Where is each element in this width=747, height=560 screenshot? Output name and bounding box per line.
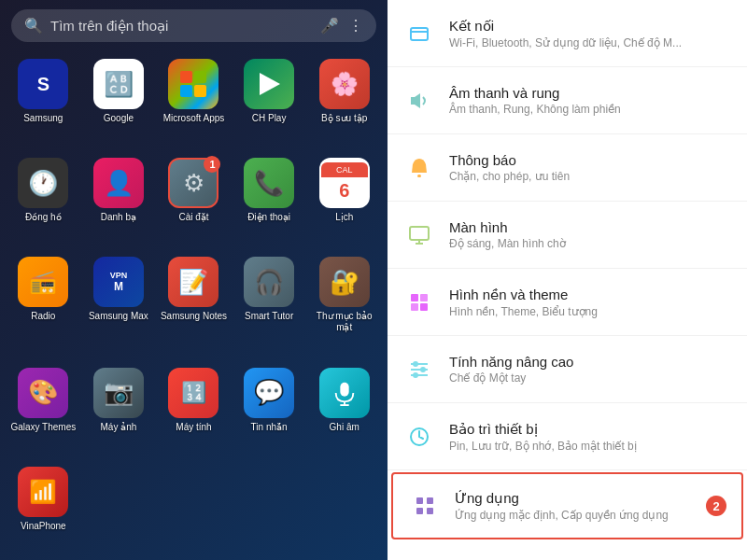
search-icon: 🔍: [24, 17, 43, 35]
app-icon-samsungmax: VPNM: [93, 257, 144, 307]
app-icon-recorder: [319, 368, 370, 418]
app-label-smarttutor: Smart Tutor: [245, 311, 293, 322]
settings-icon-advanced: [402, 353, 436, 386]
settings-title-connection: Kết nối: [449, 18, 732, 35]
app-item-clock[interactable]: 🕐Đồng hồ: [7, 152, 79, 247]
app-label-snotes: Samsung Notes: [161, 311, 227, 322]
app-item-snotes[interactable]: 📝Samsung Notes: [158, 251, 230, 357]
app-icon-calendar: CAL6: [319, 158, 370, 208]
app-item-phone[interactable]: 📞Điện thoại: [233, 152, 305, 247]
settings-text-apps: Ứng dụngỨng dụng mặc định, Cấp quyền ứng…: [455, 490, 698, 522]
settings-panel: Kết nốiWi-Fi, Bluetooth, Sử dụng dữ liệu…: [388, 0, 747, 560]
app-item-smarttutor[interactable]: 🎧Smart Tutor: [233, 251, 305, 357]
app-icon-radio: 📻: [18, 257, 68, 307]
app-label-themes: Galaxy Themes: [10, 422, 76, 433]
settings-text-wallpaper: Hình nền và themeHình nền, Theme, Biểu t…: [449, 287, 732, 318]
app-item-contacts[interactable]: 👤Danh bạ: [83, 152, 155, 247]
app-item-themes[interactable]: 🎨Galaxy Themes: [7, 362, 79, 457]
app-icon-collection: 🌸: [319, 59, 370, 109]
badge-2: 2: [706, 496, 726, 516]
settings-item-apps[interactable]: Ứng dụngỨng dụng mặc định, Cấp quyền ứng…: [391, 472, 743, 539]
settings-title-sound: Âm thanh và rung: [449, 85, 732, 101]
settings-title-advanced: Tính năng nâng cao: [449, 354, 732, 370]
app-icon-vinaphone: 📶: [18, 467, 68, 517]
settings-title-apps: Ứng dụng: [455, 490, 698, 507]
settings-icon-maintenance: [402, 420, 436, 454]
app-label-calendar: Lịch: [335, 212, 353, 223]
svg-point-19: [420, 367, 426, 372]
app-item-google[interactable]: 🔠Google: [83, 53, 155, 148]
app-label-collection: Bộ sưu tập: [321, 113, 367, 124]
app-icon-settings: ⚙1: [168, 158, 218, 208]
settings-item-connection[interactable]: Kết nốiWi-Fi, Bluetooth, Sử dụng dữ liệu…: [388, 0, 747, 67]
app-item-vinaphone[interactable]: 📶VinaPhone: [7, 461, 79, 556]
app-icon-chplay: [244, 59, 294, 109]
app-item-settings[interactable]: ⚙1Cài đặt: [158, 152, 230, 247]
app-item-chplay[interactable]: CH Play: [233, 53, 305, 148]
app-icon-messages: 💬: [244, 368, 294, 418]
app-item-camera[interactable]: 📷Máy ảnh: [83, 362, 155, 457]
app-label-security: Thư mục bảo mật: [310, 311, 378, 333]
app-item-recorder[interactable]: Ghi âm: [308, 362, 380, 457]
settings-icon-connection: [402, 17, 436, 50]
settings-subtitle-notifications: Chặn, cho phép, ưu tiên: [449, 170, 732, 183]
svg-point-18: [413, 361, 418, 367]
app-icon-camera: 📷: [93, 368, 144, 418]
settings-icon-notifications: [402, 151, 436, 185]
app-icon-snotes: 📝: [168, 257, 218, 307]
app-item-microsoft[interactable]: Microsoft Apps: [158, 53, 230, 148]
more-icon[interactable]: ⋮: [348, 17, 363, 35]
app-icon-smarttutor: 🎧: [244, 257, 294, 307]
settings-item-display[interactable]: Màn hìnhĐộ sáng, Màn hình chờ: [388, 202, 747, 269]
app-icon-clock: 🕐: [18, 158, 68, 208]
app-item-security[interactable]: 🔐Thư mục bảo mật: [308, 251, 380, 357]
app-item-radio[interactable]: 📻Radio: [7, 251, 79, 357]
settings-text-advanced: Tính năng nâng caoChế độ Một tay: [449, 354, 732, 385]
mic-icon[interactable]: 🎤: [320, 17, 339, 35]
settings-text-maintenance: Bảo trì thiết bịPin, Lưu trữ, Bộ nhớ, Bả…: [449, 421, 732, 453]
settings-icon-sound: [402, 84, 436, 118]
app-icon-google: 🔠: [93, 59, 144, 109]
settings-item-sound[interactable]: Âm thanh và rungÂm thanh, Rung, Không là…: [388, 67, 747, 134]
app-label-phone: Điện thoại: [247, 212, 290, 223]
settings-text-display: Màn hìnhĐộ sáng, Màn hình chờ: [449, 219, 732, 250]
app-item-samsungmax[interactable]: VPNMSamsung Max: [83, 251, 155, 357]
app-label-settings: Cài đặt: [178, 212, 208, 223]
app-item-samsung[interactable]: SSamsung: [7, 53, 79, 148]
svg-rect-22: [416, 497, 423, 504]
settings-icon-wallpaper: [402, 286, 436, 319]
app-item-messages[interactable]: 💬Tin nhắn: [233, 362, 305, 457]
settings-subtitle-connection: Wi-Fi, Bluetooth, Sử dụng dữ liệu, Chế đ…: [449, 36, 732, 49]
settings-subtitle-wallpaper: Hình nền, Theme, Biểu tượng: [449, 305, 732, 318]
search-bar[interactable]: 🔍 🎤 ⋮: [11, 9, 376, 42]
app-icon-microsoft: [168, 59, 218, 109]
svg-point-20: [413, 372, 418, 378]
svg-rect-8: [410, 227, 429, 240]
app-item-collection[interactable]: 🌸Bộ sưu tập: [308, 53, 380, 148]
search-input[interactable]: [50, 18, 313, 34]
settings-title-maintenance: Bảo trì thiết bị: [449, 421, 732, 438]
app-label-google: Google: [104, 113, 134, 124]
settings-item-notifications[interactable]: Thông báoChặn, cho phép, ưu tiên: [388, 134, 747, 202]
settings-icon-display: [402, 218, 436, 252]
app-item-calculator[interactable]: 🔢Máy tính: [158, 362, 230, 457]
settings-item-maintenance[interactable]: Bảo trì thiết bịPin, Lưu trữ, Bộ nhớ, Bả…: [388, 403, 747, 470]
svg-rect-1: [340, 382, 348, 396]
settings-item-advanced[interactable]: Tính năng nâng caoChế độ Một tay: [388, 336, 747, 403]
app-label-radio: Radio: [31, 311, 55, 322]
app-icon-samsung: S: [18, 59, 68, 109]
settings-subtitle-display: Độ sáng, Màn hình chờ: [449, 237, 732, 250]
badge-1: 1: [204, 156, 220, 173]
settings-item-wallpaper[interactable]: Hình nền và themeHình nền, Theme, Biểu t…: [388, 269, 747, 336]
settings-text-sound: Âm thanh và rungÂm thanh, Rung, Không là…: [449, 85, 732, 116]
app-icon-security: 🔐: [319, 257, 370, 307]
svg-rect-12: [420, 294, 428, 301]
svg-rect-23: [427, 497, 433, 504]
settings-subtitle-maintenance: Pin, Lưu trữ, Bộ nhớ, Bảo mật thiết bị: [449, 440, 732, 453]
app-item-calendar[interactable]: CAL6Lịch: [308, 152, 380, 247]
app-icon-phone: 📞: [244, 158, 294, 208]
settings-subtitle-apps: Ứng dụng mặc định, Cấp quyền ứng dụng: [455, 509, 698, 522]
app-grid: SSamsung🔠GoogleMicrosoft AppsCH Play🌸Bộ …: [0, 49, 388, 560]
svg-rect-24: [416, 508, 423, 514]
app-label-vinaphone: VinaPhone: [21, 521, 66, 532]
